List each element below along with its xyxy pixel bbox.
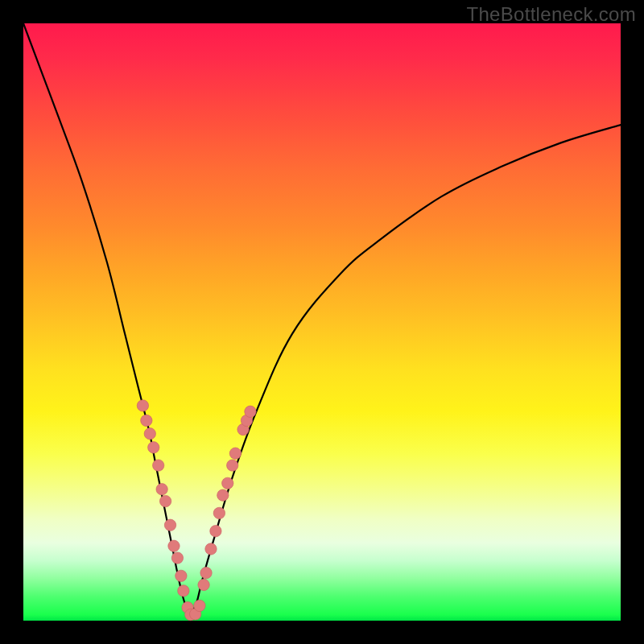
- data-marker: [152, 460, 163, 471]
- data-marker: [159, 495, 171, 506]
- marker-group: [137, 400, 256, 621]
- data-marker: [137, 400, 148, 411]
- data-marker: [213, 507, 225, 518]
- data-marker: [205, 543, 217, 555]
- data-marker: [210, 526, 221, 537]
- data-marker: [144, 428, 155, 440]
- data-marker: [229, 448, 241, 459]
- plot-area: [23, 23, 621, 621]
- data-marker: [198, 579, 209, 590]
- data-marker: [148, 442, 159, 453]
- data-marker: [200, 567, 212, 578]
- curve-right-branch: [191, 125, 621, 614]
- data-marker: [222, 477, 233, 489]
- data-marker: [156, 484, 167, 495]
- chart-svg: [23, 23, 621, 621]
- data-marker: [168, 540, 180, 551]
- data-marker: [245, 406, 256, 417]
- watermark-text: TheBottleneck.com: [466, 3, 636, 26]
- data-marker: [141, 415, 152, 426]
- data-marker: [217, 489, 229, 501]
- data-marker: [164, 519, 175, 530]
- data-marker: [175, 570, 187, 581]
- data-marker: [178, 585, 189, 597]
- data-marker: [194, 600, 205, 611]
- chart-frame: TheBottleneck.com: [0, 0, 644, 644]
- data-marker: [227, 460, 238, 471]
- data-marker: [171, 552, 183, 564]
